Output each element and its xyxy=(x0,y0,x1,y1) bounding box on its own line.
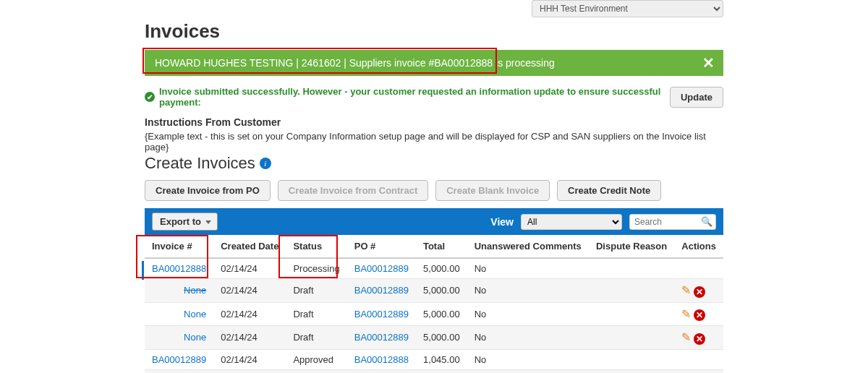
col-status[interactable]: Status xyxy=(286,235,346,258)
total: 5,000.00 xyxy=(416,302,467,326)
col-actions[interactable]: Actions xyxy=(674,235,723,258)
success-message: ✔ Invoice submitted successfully. Howeve… xyxy=(145,86,664,108)
dispute-reason xyxy=(589,326,674,350)
search-input[interactable] xyxy=(629,214,716,230)
dispute-reason xyxy=(589,279,674,303)
instructions-text: {Example text - this is set on your Comp… xyxy=(145,131,723,153)
delete-icon[interactable]: ✕ xyxy=(694,309,705,321)
created-date: 02/14/24 xyxy=(213,302,286,326)
banner-text: HOWARD HUGHES TESTING | 2461602 | Suppli… xyxy=(155,57,555,69)
dispute-reason xyxy=(589,349,674,369)
update-button[interactable]: Update xyxy=(670,87,723,108)
created-date: 02/14/24 xyxy=(213,279,286,303)
view-select[interactable]: All xyxy=(521,214,622,230)
col-total[interactable]: Total xyxy=(416,235,467,258)
actions-cell xyxy=(674,349,723,369)
export-to-button[interactable]: Export to xyxy=(152,213,218,231)
status: Processing xyxy=(286,258,346,279)
table-row: None02/14/24DraftBA000128895,000.00No✎✕ xyxy=(145,326,723,350)
dispute-reason xyxy=(589,302,674,326)
create-invoice-from-po-button[interactable]: Create Invoice from PO xyxy=(145,180,271,201)
status-banner: HOWARD HUGHES TESTING | 2461602 | Suppli… xyxy=(145,50,723,76)
table-row: None02/14/24DraftBA000128881,000.00No✎✕ xyxy=(145,369,723,373)
status: Draft xyxy=(286,369,346,373)
unanswered: No xyxy=(467,258,589,279)
create-invoice-from-contract-button: Create Invoice from Contract xyxy=(278,180,428,201)
created-date: 02/14/24 xyxy=(213,326,286,350)
edit-icon[interactable]: ✎ xyxy=(681,307,691,321)
create-blank-invoice-button: Create Blank Invoice xyxy=(435,180,550,201)
total: 5,000.00 xyxy=(416,326,467,350)
table-row: None02/14/24DraftBA000128895,000.00No✎✕ xyxy=(145,279,723,303)
table-toolbar: Export to View All 🔍 xyxy=(145,208,723,235)
edit-icon[interactable]: ✎ xyxy=(681,330,691,344)
table-row: BA0001288902/14/24ApprovedBA000128881,04… xyxy=(145,349,723,369)
po-link[interactable]: BA00012889 xyxy=(354,285,409,296)
table-row: None02/14/24DraftBA000128895,000.00No✎✕ xyxy=(145,302,723,326)
unanswered: No xyxy=(467,349,589,369)
unanswered: No xyxy=(467,369,589,373)
actions-cell: ✎✕ xyxy=(674,369,723,373)
environment-select[interactable]: HHH Test Environment xyxy=(532,0,723,17)
total: 5,000.00 xyxy=(416,279,467,303)
invoice-link[interactable]: None xyxy=(184,285,206,296)
row-marker xyxy=(142,261,144,280)
total: 1,000.00 xyxy=(416,369,467,373)
total: 5,000.00 xyxy=(416,258,467,279)
invoice-link[interactable]: BA00012889 xyxy=(152,354,206,365)
status: Draft xyxy=(286,326,346,350)
status: Draft xyxy=(286,302,346,326)
page-title: Invoices xyxy=(145,20,723,43)
create-invoices-heading: Create Invoices i xyxy=(145,154,723,173)
delete-icon[interactable]: ✕ xyxy=(694,333,705,345)
col-created[interactable]: Created Date xyxy=(213,235,286,258)
invoice-link[interactable]: None xyxy=(184,309,206,320)
po-link[interactable]: BA00012888 xyxy=(354,354,409,365)
total: 1,045.00 xyxy=(416,349,467,369)
created-date: 02/14/24 xyxy=(213,258,286,279)
col-invoice[interactable]: Invoice # xyxy=(145,235,213,258)
delete-icon[interactable]: ✕ xyxy=(694,286,705,298)
col-dispute[interactable]: Dispute Reason xyxy=(589,235,674,258)
unanswered: No xyxy=(467,302,589,326)
table-row: BA0001288802/14/24ProcessingBA000128895,… xyxy=(145,258,723,279)
dispute-reason xyxy=(589,258,674,279)
create-credit-note-button[interactable]: Create Credit Note xyxy=(557,180,661,201)
created-date: 02/14/24 xyxy=(213,349,286,369)
po-link[interactable]: BA00012889 xyxy=(354,309,409,320)
created-date: 02/14/24 xyxy=(213,369,286,373)
col-unanswered[interactable]: Unanswered Comments xyxy=(467,235,589,258)
col-po[interactable]: PO # xyxy=(347,235,416,258)
status: Draft xyxy=(286,279,346,303)
check-icon: ✔ xyxy=(145,92,155,102)
instructions-heading: Instructions From Customer xyxy=(145,116,723,128)
invoice-link[interactable]: None xyxy=(184,332,206,343)
actions-cell xyxy=(674,258,723,279)
invoices-table: Invoice # Created Date Status PO # Total… xyxy=(145,235,723,373)
actions-cell: ✎✕ xyxy=(674,279,723,303)
po-link[interactable]: BA00012889 xyxy=(354,263,409,274)
unanswered: No xyxy=(467,326,589,350)
actions-cell: ✎✕ xyxy=(674,302,723,326)
close-icon[interactable]: ✕ xyxy=(702,54,715,72)
unanswered: No xyxy=(467,279,589,303)
view-label: View xyxy=(490,216,514,228)
status: Approved xyxy=(286,349,346,369)
edit-icon[interactable]: ✎ xyxy=(681,283,691,297)
actions-cell: ✎✕ xyxy=(674,326,723,350)
info-icon[interactable]: i xyxy=(260,158,271,169)
dispute-reason xyxy=(589,369,674,373)
invoice-link[interactable]: BA00012888 xyxy=(152,263,206,274)
po-link[interactable]: BA00012889 xyxy=(354,332,409,343)
